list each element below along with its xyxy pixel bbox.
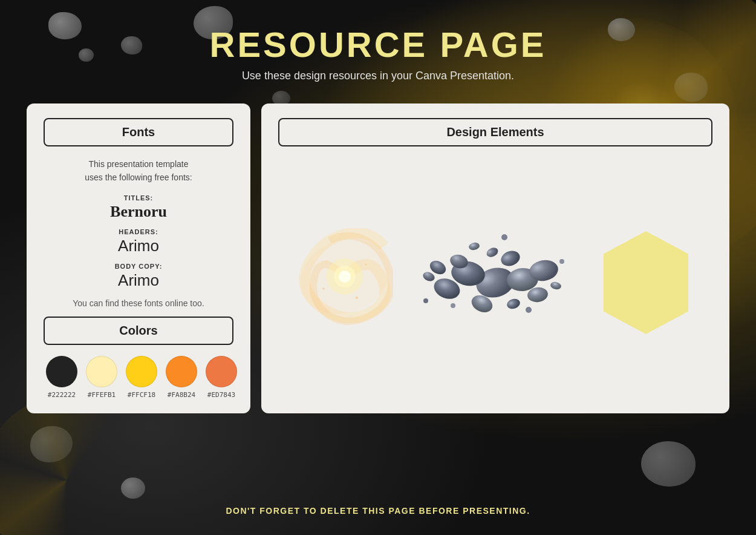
page-subtitle: Use these design resources in your Canva… [0,70,756,82]
svg-point-25 [423,298,428,303]
hexagon-element [598,228,694,325]
svg-point-21 [422,271,436,283]
design-elements-label: Design Elements [446,125,544,139]
fonts-label: Fonts [122,125,155,139]
galaxy-swirl-icon [296,228,393,325]
color-circle-3 [126,356,157,387]
svg-point-4 [325,260,328,263]
svg-marker-28 [604,231,688,334]
cards-container: Fonts This presentation template uses th… [0,103,756,413]
asteroids-element [417,216,574,337]
footer-text: DON'T FORGET TO DELETE THIS PAGE BEFORE … [0,506,756,516]
bg-asteroid-9 [641,441,696,487]
asteroids-cluster-icon [417,216,574,337]
color-swatch-1: #222222 [46,356,77,399]
left-card: Fonts This presentation template uses th… [27,103,250,413]
svg-point-6 [356,297,358,299]
design-elements-grid [278,157,712,396]
fonts-intro: This presentation template uses the foll… [44,157,233,185]
svg-point-7 [322,287,324,289]
color-circle-4 [166,356,197,387]
headers-label: HEADERS: [44,228,233,235]
color-hex-1: #222222 [48,391,76,399]
svg-point-23 [501,234,507,240]
svg-point-19 [550,281,562,290]
color-circle-1 [46,356,77,387]
svg-point-3 [339,271,351,283]
color-hex-5: #ED7843 [207,391,235,399]
color-swatch-5: #ED7843 [206,356,237,399]
galaxy-element [296,228,393,325]
color-hex-4: #FA8B24 [168,391,195,399]
titles-label: TITLES: [44,194,233,202]
color-circle-2 [86,356,117,387]
hexagon-shape-icon [598,228,694,337]
color-swatches: #222222 #FFEFB1 #FFCF18 #FA8B24 #ED7843 [44,356,233,399]
color-swatch-4: #FA8B24 [166,356,197,399]
color-swatch-3: #FFCF18 [126,356,157,399]
body-font-name: Arimo [44,271,233,290]
svg-point-18 [485,246,500,258]
color-hex-2: #FFEFB1 [88,391,116,399]
body-font-block: BODY COPY: Arimo [44,263,233,290]
colors-label: Colors [119,324,157,337]
body-label: BODY COPY: [44,263,233,270]
colors-section: Colors #222222 #FFEFB1 #FFCF18 #FA8B24 [44,317,233,399]
page-title: RESOURCE PAGE [0,24,756,65]
color-hex-3: #FFCF18 [128,391,155,399]
svg-point-26 [526,307,532,313]
titles-font-name: Bernoru [44,203,233,221]
svg-point-5 [365,263,367,265]
find-fonts-text: You can find these fonts online too. [44,298,233,308]
colors-header-box: Colors [44,317,233,345]
header-section: RESOURCE PAGE Use these design resources… [0,0,756,100]
svg-point-24 [559,259,564,264]
svg-point-20 [506,297,521,310]
color-circle-5 [206,356,237,387]
svg-point-22 [468,241,480,251]
headers-font-block: HEADERS: Arimo [44,228,233,255]
right-card: Design Elements [261,103,729,413]
fonts-header-box: Fonts [44,118,233,146]
titles-font-block: TITLES: Bernoru [44,194,233,221]
design-elements-header-box: Design Elements [278,118,712,146]
color-swatch-2: #FFEFB1 [86,356,117,399]
headers-font-name: Arimo [44,237,233,255]
svg-point-27 [451,303,455,308]
svg-point-14 [499,248,522,268]
